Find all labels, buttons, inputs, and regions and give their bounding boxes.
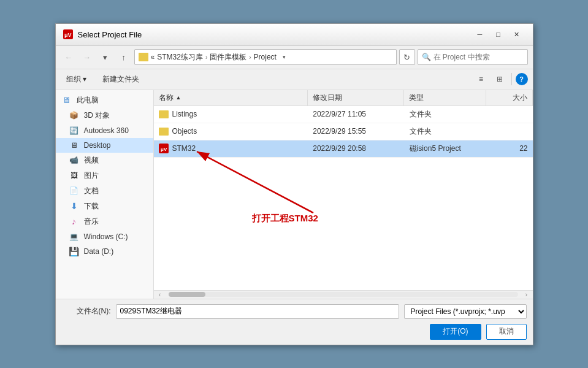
sidebar-item-video[interactable]: 📹 视频 [56,153,153,168]
breadcrumb-sep-2: › [249,54,251,61]
pictures-icon: 🖼 [69,171,79,180]
up-button[interactable]: ↑ [116,49,132,65]
sidebar-label-video: 视频 [84,155,99,166]
breadcrumb-bar[interactable]: « STM32练习库 › 固件库模板 › Project ▾ [134,49,397,65]
sidebar-label-downloads: 下载 [84,201,99,212]
sidebar-item-this-pc[interactable]: 🖥 此电脑 [56,93,153,108]
keil-icon: μV [63,29,73,39]
breadcrumb-dropdown-button[interactable]: ▾ [279,51,290,63]
uvision-icon: μV [159,144,169,153]
3d-icon: 📦 [69,110,79,120]
filename-input[interactable] [116,304,399,319]
file-list-header: 名称 ▲ 修改日期 类型 大小 [154,90,533,106]
dialog-title: Select Project File [78,30,142,39]
bottom-bar: 文件名(N): Project Files (*.uvprojx; *.uvp … [56,299,533,345]
buttons-row: 打开(O) 取消 [62,324,527,340]
breadcrumb-part-1: « [151,53,155,61]
sidebar-label-desktop: Desktop [84,141,111,150]
table-row[interactable]: Objects 2022/9/29 15:55 文件夹 [154,123,533,140]
folder-icon [139,53,148,61]
folder-icon [159,110,169,118]
desktop-icon: 🖥 [69,140,79,150]
search-input[interactable] [433,53,524,61]
file-type-cell: 文件夹 [405,108,487,121]
file-size-cell: 22 [487,143,533,154]
organize-button[interactable]: 组织 ▾ [61,72,92,86]
sidebar-item-documents[interactable]: 📄 文档 [56,183,153,199]
file-name-cell: Objects [154,126,308,137]
autodesk-icon: 🔄 [69,126,79,136]
col-header-size[interactable]: 大小 [486,90,533,105]
col-header-type[interactable]: 类型 [404,90,486,105]
sidebar-item-windows-c[interactable]: 💻 Windows (C:) [56,229,153,244]
file-type-cell: 文件夹 [405,125,487,138]
scroll-left-btn[interactable]: ‹ [154,291,166,298]
scroll-track [169,292,518,297]
sidebar-item-data-d[interactable]: 💾 Data (D:) [56,244,153,259]
sidebar-item-autodesk[interactable]: 🔄 Autodesk 360 [56,123,153,138]
maximize-button[interactable]: □ [490,28,507,41]
windows-disk-icon: 💻 [69,232,79,242]
open-button[interactable]: 打开(O) [430,324,481,340]
sort-icon: ▲ [176,94,181,101]
downloads-icon: ⬇ [69,201,79,211]
col-header-date[interactable]: 修改日期 [308,90,404,105]
cancel-button[interactable]: 取消 [486,324,527,340]
filetype-select[interactable]: Project Files (*.uvprojx; *.uvp [404,304,527,319]
title-controls: ─ □ ✕ [472,28,525,41]
sidebar-item-desktop[interactable]: 🖥 Desktop [56,138,153,153]
dropdown-button[interactable]: ▾ [97,49,113,65]
view-grid-button[interactable]: ⊞ [492,72,508,86]
breadcrumb-sep-1: › [205,54,207,61]
svg-text:μV: μV [64,32,72,38]
view-options: ≡ ⊞ ? [473,72,528,86]
new-folder-button[interactable]: 新建文件夹 [97,72,145,86]
music-icon: ♪ [69,217,79,226]
title-bar-left: μV Select Project File [63,29,142,39]
file-size-cell [487,113,533,115]
back-button[interactable]: ← [61,49,77,65]
sidebar-label-data-d: Data (D:) [84,247,114,256]
table-row[interactable]: μV STM32 2022/9/29 20:58 磁ision5 Project… [154,140,533,158]
minimize-button[interactable]: ─ [472,28,489,41]
forward-button[interactable]: → [79,49,95,65]
scroll-right-btn[interactable]: › [521,291,533,298]
file-type-cell: 磁ision5 Project [405,142,487,155]
sidebar-label-autodesk: Autodesk 360 [84,126,129,135]
pc-icon: 🖥 [62,95,72,105]
svg-text:μV: μV [161,147,167,152]
sidebar-label-3d: 3D 对象 [84,110,110,121]
sidebar-item-pictures[interactable]: 🖼 图片 [56,168,153,183]
documents-icon: 📄 [69,186,79,196]
main-area: 🖥 此电脑 📦 3D 对象 🔄 Autodesk 360 🖥 Desktop 📹… [56,90,533,299]
filename-row: 文件名(N): Project Files (*.uvprojx; *.uvp [62,304,527,319]
close-button[interactable]: ✕ [508,28,525,41]
search-icon: 🔍 [422,53,431,61]
select-project-dialog: μV Select Project File ─ □ ✕ ← → ▾ ↑ « S… [55,23,533,345]
sidebar-item-3d-objects[interactable]: 📦 3D 对象 [56,108,153,123]
filename-label: 文件名(N): [62,306,111,316]
sidebar-label-documents: 文档 [84,186,99,196]
sidebar-label-windows-c: Windows (C:) [84,232,128,241]
data-disk-icon: 💾 [69,247,79,256]
table-row[interactable]: Listings 2022/9/27 11:05 文件夹 [154,106,533,123]
sidebar-item-downloads[interactable]: ⬇ 下载 [56,199,153,214]
file-list: Listings 2022/9/27 11:05 文件夹 Objects [154,106,533,290]
file-date-cell: 2022/9/29 15:55 [308,126,404,137]
horizontal-scrollbar[interactable]: ‹ › [154,290,533,299]
scroll-thumb[interactable] [169,292,205,297]
sidebar-item-music[interactable]: ♪ 音乐 [56,214,153,229]
help-button[interactable]: ? [516,73,528,85]
file-size-cell [487,130,533,132]
file-date-cell: 2022/9/27 11:05 [308,109,404,120]
col-header-name[interactable]: 名称 ▲ [154,90,308,105]
sidebar-label-pictures: 图片 [84,171,99,181]
file-name-cell: Listings [154,109,308,120]
refresh-button[interactable]: ↻ [399,49,415,65]
breadcrumb-firmware: 固件库模板 [210,52,246,63]
navigation-toolbar: ← → ▾ ↑ « STM32练习库 › 固件库模板 › Project ▾ ↻… [56,46,533,69]
file-date-cell: 2022/9/29 20:58 [308,143,404,154]
folder-icon [159,128,169,136]
action-bar: 组织 ▾ 新建文件夹 ≡ ⊞ ? [56,69,533,90]
view-list-button[interactable]: ≡ [473,72,489,86]
